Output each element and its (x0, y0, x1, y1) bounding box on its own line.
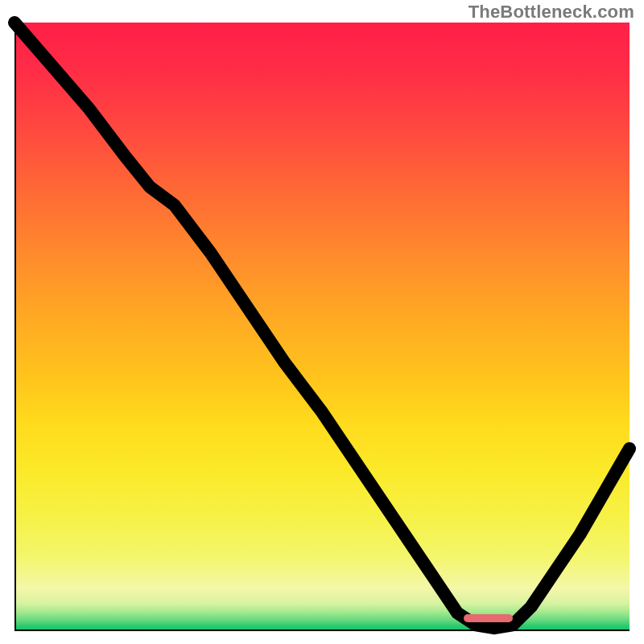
chart-plot-area (14, 23, 630, 631)
bottleneck-curve-path (14, 23, 630, 628)
optimum-range-marker (464, 614, 513, 622)
chart-curve (14, 23, 630, 631)
watermark-text: TheBottleneck.com (469, 2, 634, 23)
